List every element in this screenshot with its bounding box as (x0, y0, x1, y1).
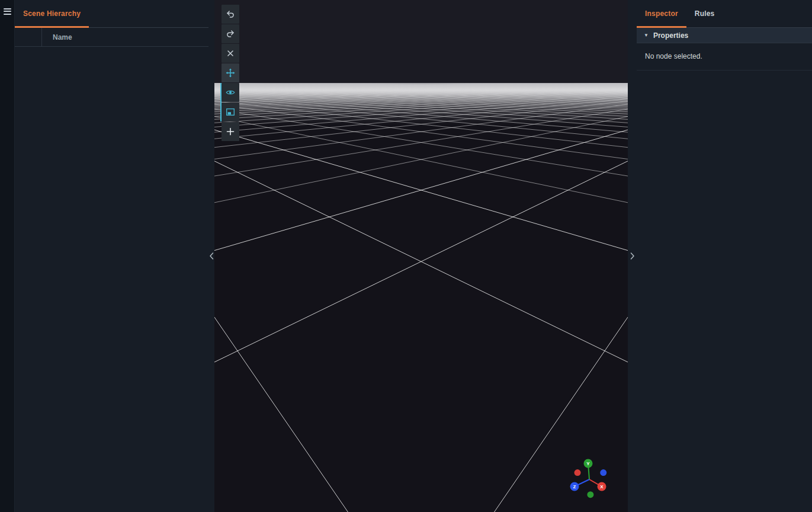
frame-icon (226, 107, 235, 117)
scene-hierarchy-panel: Scene Hierarchy Name (15, 0, 208, 512)
left-rail (0, 0, 15, 512)
undo-icon (226, 9, 235, 19)
tab-scene-hierarchy[interactable]: Scene Hierarchy (15, 0, 89, 27)
svg-text:X: X (600, 484, 604, 489)
right-panel-resize-handle[interactable] (628, 0, 637, 512)
expand-caret-icon: ▼ (644, 33, 649, 38)
properties-empty-state: No node selected. (637, 43, 812, 71)
camera-view-button[interactable] (222, 83, 239, 102)
tab-inspector[interactable]: Inspector (637, 0, 686, 27)
hierarchy-column-header: Name (15, 28, 208, 47)
empty-state-message: No node selected. (645, 52, 702, 60)
hierarchy-tree-area[interactable] (15, 46, 208, 512)
left-panel-resize-handle[interactable] (208, 0, 214, 512)
tab-scene-hierarchy-label: Scene Hierarchy (23, 9, 81, 18)
inspector-tabbar: Inspector Rules (637, 0, 812, 28)
hamburger-icon (4, 8, 11, 9)
add-object-button[interactable] (222, 122, 239, 141)
ground-grid (214, 0, 628, 512)
viewport-toolbar (222, 5, 239, 141)
redo-button[interactable] (222, 24, 239, 43)
svg-text:Y: Y (586, 461, 590, 466)
app-root: Scene Hierarchy Name (0, 0, 812, 512)
properties-section-title: Properties (653, 31, 688, 40)
hierarchy-tabbar: Scene Hierarchy (15, 0, 208, 28)
inspector-panel: Inspector Rules ▼ Properties No node sel… (637, 0, 812, 512)
tab-inspector-label: Inspector (645, 9, 678, 18)
tab-rules[interactable]: Rules (686, 0, 723, 27)
camera-tool-group (220, 83, 239, 121)
delete-button[interactable] (222, 44, 239, 63)
chevron-right-icon (630, 251, 635, 261)
translate-tool-button[interactable] (222, 63, 239, 82)
properties-section-header[interactable]: ▼ Properties (637, 28, 812, 43)
redo-icon (226, 29, 235, 39)
column-divider (41, 28, 42, 46)
undo-button[interactable] (222, 5, 239, 24)
name-column-label: Name (53, 33, 72, 41)
fit-view-button[interactable] (222, 103, 239, 121)
chevron-left-icon (209, 251, 214, 261)
plus-icon (226, 127, 235, 136)
tab-rules-label: Rules (695, 9, 715, 18)
svg-text:Z: Z (573, 484, 576, 489)
eye-icon (226, 88, 235, 97)
delete-icon (226, 49, 235, 58)
hamburger-menu-button[interactable] (2, 5, 12, 17)
move-icon (226, 68, 235, 78)
axis-gizmo[interactable]: XYZ (561, 453, 616, 507)
3d-viewport[interactable]: XYZ (214, 0, 628, 512)
